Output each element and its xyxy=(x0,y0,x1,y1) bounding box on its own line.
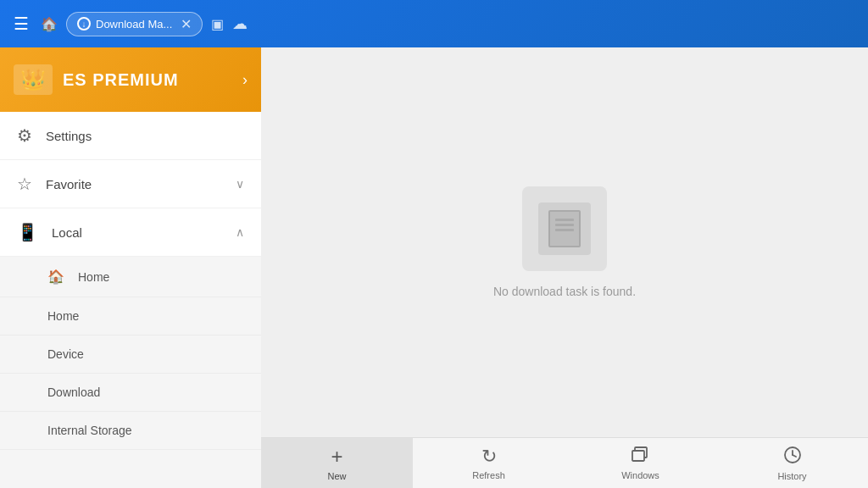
tab-new[interactable]: + New xyxy=(261,438,413,488)
download-tab-label: Download Ma... xyxy=(96,18,172,30)
top-bar: ☰ 🏠 ↓ Download Ma... ✕ ▣ ☁ xyxy=(0,0,868,47)
internal-storage-label: Internal Storage xyxy=(47,424,132,437)
sidebar-subitem-internal[interactable]: Internal Storage xyxy=(0,412,261,450)
svg-line-4 xyxy=(793,455,796,457)
windows-icon xyxy=(632,446,650,468)
local-label: Local xyxy=(52,225,222,240)
hamburger-icon[interactable]: ☰ xyxy=(10,10,32,37)
device-label: Device xyxy=(47,347,84,361)
empty-icon-inner xyxy=(538,202,591,255)
settings-label: Settings xyxy=(46,129,244,143)
download-label: Download xyxy=(47,385,100,399)
tab-windows[interactable]: Windows xyxy=(565,438,716,488)
premium-arrow-icon: › xyxy=(242,71,248,89)
home1-icon: 🏠 xyxy=(47,269,64,285)
sidebar-item-settings[interactable]: ⚙ Settings xyxy=(0,112,261,160)
history-icon xyxy=(783,446,802,469)
sidebar-subitem-home1[interactable]: 🏠 Home xyxy=(0,257,261,297)
new-icon: + xyxy=(331,445,342,469)
sidebar-subitem-download[interactable]: Download xyxy=(0,374,261,412)
svg-rect-1 xyxy=(632,451,644,461)
local-icon: 📱 xyxy=(17,222,38,242)
empty-message: No download task is found. xyxy=(493,285,636,298)
home-icon-top[interactable]: 🏠 xyxy=(41,16,58,32)
cloud-icon[interactable]: ☁ xyxy=(232,14,248,33)
content-area: No download task is found. + New ↻ Refre… xyxy=(261,47,868,488)
sidebar-subitem-device[interactable]: Device xyxy=(0,336,261,374)
new-label: New xyxy=(327,471,346,481)
windows-label: Windows xyxy=(621,470,659,480)
sidebar-item-local[interactable]: 📱 Local ∧ xyxy=(0,208,261,257)
close-tab-icon[interactable]: ✕ xyxy=(181,16,192,32)
favorite-chevron-icon: ∨ xyxy=(236,177,244,191)
window-icon[interactable]: ▣ xyxy=(211,16,224,32)
tab-history[interactable]: History xyxy=(716,438,868,488)
sidebar-subitem-home2[interactable]: Home xyxy=(0,297,261,336)
home1-label: Home xyxy=(78,270,109,284)
settings-icon: ⚙ xyxy=(17,125,32,146)
download-arrow-icon: ↓ xyxy=(77,17,91,30)
premium-banner[interactable]: 👑 ES PREMIUM › xyxy=(0,47,261,112)
sidebar: 👑 ES PREMIUM › ⚙ Settings ☆ Favorite ∨ 📱… xyxy=(0,47,261,488)
home2-label: Home xyxy=(47,309,79,323)
bottom-tab-bar: + New ↻ Refresh Windows xyxy=(261,437,868,488)
sidebar-item-favorite[interactable]: ☆ Favorite ∨ xyxy=(0,160,261,208)
refresh-label: Refresh xyxy=(472,470,505,480)
tab-refresh[interactable]: ↻ Refresh xyxy=(413,438,565,488)
main-layout: 👑 ES PREMIUM › ⚙ Settings ☆ Favorite ∨ 📱… xyxy=(0,47,868,488)
empty-file-icon xyxy=(548,210,581,247)
refresh-icon: ↻ xyxy=(481,446,497,468)
history-label: History xyxy=(777,471,806,481)
empty-icon-container xyxy=(522,186,607,271)
favorite-label: Favorite xyxy=(46,177,222,191)
content-body: No download task is found. xyxy=(261,47,868,437)
crown-icon: 👑 xyxy=(14,64,53,95)
download-tab[interactable]: ↓ Download Ma... ✕ xyxy=(66,12,203,36)
premium-left: 👑 ES PREMIUM xyxy=(14,64,179,95)
local-chevron-icon: ∧ xyxy=(236,225,244,239)
favorite-icon: ☆ xyxy=(17,174,32,194)
premium-label: ES PREMIUM xyxy=(63,70,179,90)
